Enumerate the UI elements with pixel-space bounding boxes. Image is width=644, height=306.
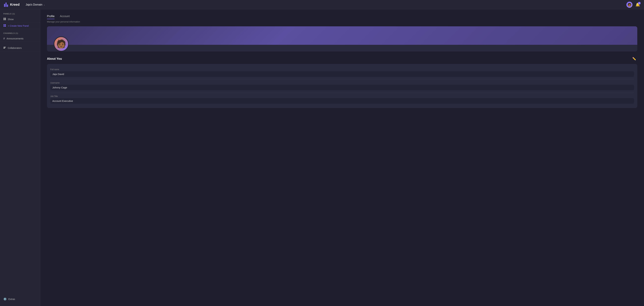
profile-banner: 🧑🏾 bbox=[47, 26, 637, 52]
announcements-label: Announcements bbox=[6, 37, 24, 40]
profile-avatar-emoji: 🧑🏾 bbox=[56, 39, 66, 49]
profile-avatar-large[interactable]: 🧑🏾 bbox=[54, 36, 69, 52]
svg-rect-1 bbox=[5, 18, 6, 19]
sidebar-item-create-panel[interactable]: + Create New Panel bbox=[0, 23, 40, 29]
profile-tabs: Profile Account bbox=[47, 15, 637, 19]
tab-account[interactable]: Account bbox=[60, 15, 70, 19]
topbar-right: 🧑🏾 🔔 1 bbox=[626, 2, 640, 8]
chevron-down-icon: ⌄ bbox=[44, 4, 45, 6]
svg-rect-0 bbox=[4, 18, 4, 19]
gear-icon: ⚙️ bbox=[3, 298, 7, 301]
logo-bar-2 bbox=[6, 2, 6, 7]
job-title-label: Job Title bbox=[50, 95, 634, 98]
panels-section-label: PANELS (1) bbox=[0, 13, 40, 15]
full-name-label: Full name bbox=[50, 68, 634, 71]
banner-background bbox=[47, 26, 637, 45]
logo-bar-1 bbox=[4, 4, 5, 7]
notification-button[interactable]: 🔔 1 bbox=[636, 2, 640, 7]
notification-badge: 1 bbox=[638, 2, 641, 4]
tab-profile[interactable]: Profile bbox=[47, 15, 54, 19]
user-avatar[interactable]: 🧑🏾 bbox=[626, 2, 632, 8]
sidebar-item-show[interactable]: Show bbox=[0, 16, 40, 23]
logo-bar-3 bbox=[7, 4, 8, 7]
svg-point-8 bbox=[4, 47, 5, 48]
domain-label: Jaja's Domain bbox=[26, 3, 42, 6]
topbar: Kreed Jaja's Domain ⌄ 🧑🏾 🔔 1 bbox=[0, 0, 644, 10]
collaborators-label: Collaborators bbox=[8, 47, 22, 49]
svg-rect-5 bbox=[5, 24, 6, 25]
full-name-field: Full name Jaja David bbox=[50, 66, 634, 79]
main-layout: PANELS (1) Show + Create New Panel CHANN… bbox=[0, 10, 644, 306]
tab-subtitle: Manage your personal information bbox=[47, 20, 637, 23]
sidebar-item-collaborators[interactable]: Collaborators bbox=[0, 45, 40, 51]
collaborators-icon bbox=[3, 46, 6, 50]
full-name-value: Jaja David bbox=[50, 71, 634, 77]
svg-rect-7 bbox=[5, 26, 6, 27]
extras-label: Extras bbox=[8, 298, 15, 300]
app-logo-text: Kreed bbox=[10, 3, 20, 6]
sidebar-item-announcements[interactable]: # Announcements bbox=[0, 36, 40, 42]
svg-rect-3 bbox=[5, 19, 6, 20]
about-title: About You bbox=[47, 57, 62, 60]
topbar-left: Kreed Jaja's Domain ⌄ bbox=[4, 2, 45, 7]
hash-icon: # bbox=[3, 37, 5, 40]
sidebar-show-label: Show bbox=[8, 18, 14, 21]
banner-bottom bbox=[47, 45, 637, 52]
job-title-value: Account Executive bbox=[50, 98, 634, 104]
channels-section-label: CHANNELS (1) bbox=[0, 32, 40, 34]
about-header: About You ✏️ bbox=[47, 56, 637, 61]
create-panel-icon bbox=[3, 24, 6, 28]
show-icon bbox=[3, 18, 6, 21]
svg-rect-6 bbox=[4, 26, 4, 27]
edit-button[interactable]: ✏️ bbox=[631, 56, 637, 61]
svg-rect-4 bbox=[4, 24, 4, 25]
info-card: Full name Jaja David Username Johnny Cag… bbox=[47, 64, 637, 108]
domain-selector[interactable]: Jaja's Domain ⌄ bbox=[26, 3, 45, 6]
sidebar: PANELS (1) Show + Create New Panel CHANN… bbox=[0, 10, 40, 306]
avatar-emoji: 🧑🏾 bbox=[628, 3, 632, 6]
svg-point-9 bbox=[5, 47, 6, 48]
svg-rect-2 bbox=[4, 19, 4, 20]
username-field: Username Johnny Cage bbox=[50, 79, 634, 93]
sidebar-bottom: ⚙️ Extras bbox=[0, 296, 40, 303]
content-area: Profile Account Manage your personal inf… bbox=[40, 10, 644, 306]
username-label: Username bbox=[50, 82, 634, 84]
job-title-field: Job Title Account Executive bbox=[50, 93, 634, 106]
logo-icon bbox=[4, 2, 8, 7]
about-section: About You ✏️ Full name Jaja David Userna… bbox=[47, 56, 637, 108]
create-panel-label: + Create New Panel bbox=[8, 24, 29, 27]
sidebar-item-extras[interactable]: ⚙️ Extras bbox=[0, 296, 40, 303]
username-value: Johnny Cage bbox=[50, 85, 634, 90]
